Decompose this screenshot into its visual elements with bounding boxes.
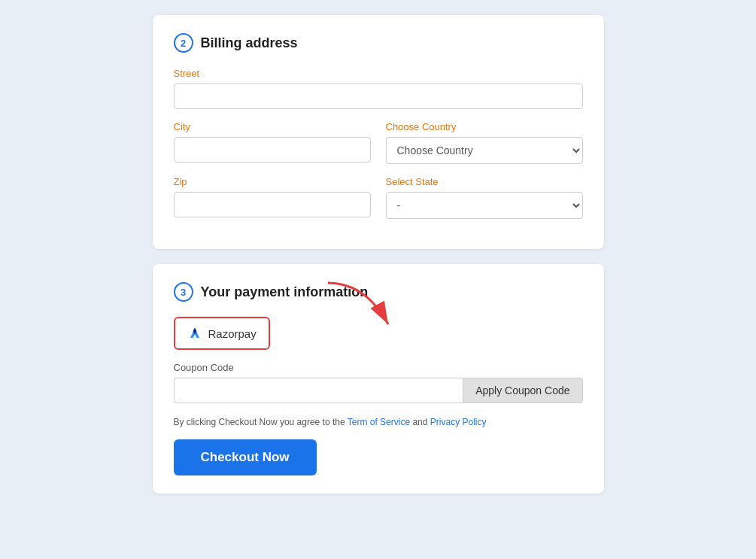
zip-input[interactable] xyxy=(174,192,371,217)
state-label: Select State xyxy=(386,176,583,187)
zip-label: Zip xyxy=(174,176,371,187)
payment-method-wrapper: Razorpay xyxy=(174,317,583,362)
coupon-input[interactable] xyxy=(174,378,463,403)
coupon-label: Coupon Code xyxy=(174,362,583,373)
terms-middle-text: and xyxy=(410,417,430,427)
payment-section-header: 3 Your payment information xyxy=(174,282,583,302)
state-select[interactable]: - xyxy=(386,192,583,219)
coupon-section: Coupon Code Apply Coupon Code xyxy=(174,362,583,403)
checkout-button[interactable]: Checkout Now xyxy=(174,439,317,475)
razorpay-option[interactable]: Razorpay xyxy=(174,317,270,350)
payment-card: 3 Your payment information xyxy=(153,264,604,494)
terms-text: By clicking Checkout Now you agree to th… xyxy=(174,415,583,429)
apply-coupon-button[interactable]: Apply Coupon Code xyxy=(463,378,582,403)
state-group: Select State - xyxy=(386,176,583,219)
street-group: Street xyxy=(174,68,583,109)
payment-section-number: 3 xyxy=(174,282,193,302)
payment-section-title: Your payment information xyxy=(201,284,369,300)
city-input[interactable] xyxy=(174,137,371,163)
city-country-row: City Choose Country Choose Country Unite… xyxy=(174,121,583,176)
terms-before-text: By clicking Checkout Now you agree to th… xyxy=(174,417,348,427)
razorpay-label: Razorpay xyxy=(208,327,257,340)
billing-section-number: 2 xyxy=(174,33,193,53)
city-label: City xyxy=(174,121,371,132)
country-group: Choose Country Choose Country United Sta… xyxy=(386,121,583,164)
street-label: Street xyxy=(174,68,583,79)
zip-group: Zip xyxy=(174,176,371,219)
country-select[interactable]: Choose Country United States United King… xyxy=(386,137,583,164)
country-label: Choose Country xyxy=(386,121,583,132)
razorpay-icon xyxy=(187,326,202,341)
city-group: City xyxy=(174,121,371,164)
billing-section-header: 2 Billing address xyxy=(174,33,583,53)
page-container: 2 Billing address Street City Choose Cou… xyxy=(153,15,604,494)
street-input[interactable] xyxy=(174,84,583,109)
privacy-policy-link[interactable]: Privacy Policy xyxy=(430,417,487,427)
billing-section-title: Billing address xyxy=(201,35,298,51)
coupon-row: Apply Coupon Code xyxy=(174,378,583,403)
zip-state-row: Zip Select State - xyxy=(174,176,583,231)
billing-address-card: 2 Billing address Street City Choose Cou… xyxy=(153,15,604,249)
terms-of-service-link[interactable]: Term of Service xyxy=(348,417,410,427)
